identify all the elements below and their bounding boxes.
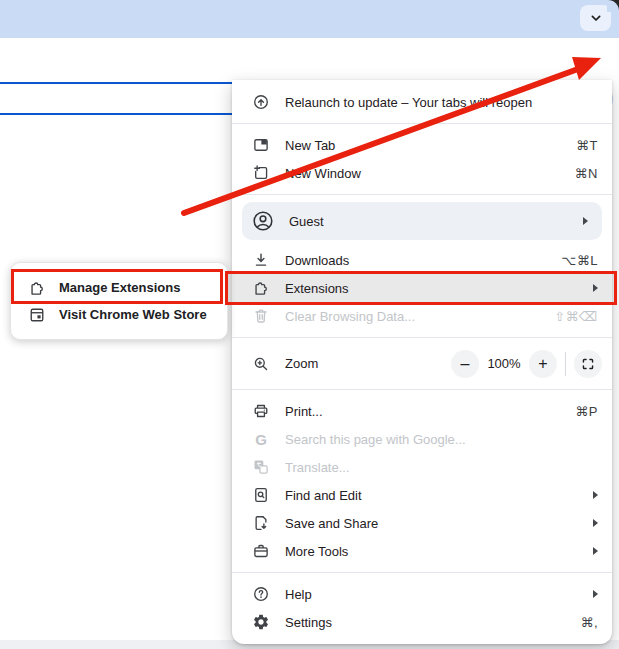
find-icon xyxy=(252,486,270,504)
chevron-right-icon xyxy=(593,284,598,292)
submenu-item-label: Visit Chrome Web Store xyxy=(59,307,207,322)
briefcase-icon xyxy=(252,542,270,560)
menu-item-label: New Window xyxy=(285,166,560,181)
chevron-right-icon xyxy=(583,217,588,225)
trash-icon xyxy=(252,307,270,325)
chevron-right-icon xyxy=(593,519,598,527)
chevron-right-icon xyxy=(593,491,598,499)
menu-item-shortcut: ⇧⌘⌫ xyxy=(554,309,598,324)
menu-item-shortcut: ⌥⌘L xyxy=(561,253,598,268)
avatar-icon xyxy=(252,210,274,232)
menu-item-label: Zoom xyxy=(285,356,318,371)
google-g-icon: G xyxy=(252,430,270,448)
menu-item-label: Settings xyxy=(285,615,565,630)
new-tab-icon xyxy=(252,136,270,154)
translate-icon xyxy=(252,458,270,476)
menu-item-downloads[interactable]: Downloads ⌥⌘L xyxy=(232,246,612,274)
menu-item-translate: Translate... xyxy=(232,453,612,481)
printer-icon xyxy=(252,402,270,420)
menu-item-label: Relaunch to update – Your tabs will reop… xyxy=(285,95,598,110)
menu-item-label: Search this page with Google... xyxy=(285,432,598,447)
extensions-puzzle-icon xyxy=(28,279,46,297)
menu-divider xyxy=(232,194,612,195)
menu-item-shortcut: ⌘, xyxy=(580,615,598,630)
menu-item-more-tools[interactable]: More Tools xyxy=(232,537,612,565)
menu-item-find-and-edit[interactable]: Find and Edit xyxy=(232,481,612,509)
window-corner xyxy=(607,0,619,12)
fullscreen-icon xyxy=(580,356,596,372)
web-store-icon xyxy=(28,306,46,324)
zoom-level-value: 100% xyxy=(479,356,529,371)
menu-item-label: Translate... xyxy=(285,460,598,475)
fullscreen-button[interactable] xyxy=(574,350,602,378)
menu-item-help[interactable]: Help xyxy=(232,580,612,608)
help-icon xyxy=(252,585,270,603)
menu-item-label: Clear Browsing Data... xyxy=(285,309,539,324)
menu-item-guest-profile[interactable]: Guest xyxy=(242,202,602,240)
menu-divider xyxy=(232,123,612,124)
zoom-out-button[interactable]: – xyxy=(451,350,479,378)
menu-item-label: Guest xyxy=(289,214,568,229)
menu-divider xyxy=(232,337,612,338)
browser-main-menu: Relaunch to update – Your tabs will reop… xyxy=(232,80,612,644)
menu-item-extensions[interactable]: Extensions xyxy=(232,274,612,302)
menu-item-shortcut: ⌘N xyxy=(575,166,598,181)
menu-item-search-with-google: G Search this page with Google... xyxy=(232,425,612,453)
menu-item-relaunch-to-update[interactable]: Relaunch to update – Your tabs will reop… xyxy=(232,88,612,116)
zoom-controls-divider xyxy=(565,352,566,376)
menu-item-print[interactable]: Print... ⌘P xyxy=(232,397,612,425)
menu-item-label: Find and Edit xyxy=(285,488,578,503)
menu-item-new-window[interactable]: New Window ⌘N xyxy=(232,159,612,187)
submenu-item-visit-chrome-web-store[interactable]: Visit Chrome Web Store xyxy=(11,301,227,328)
menu-item-settings[interactable]: Settings ⌘, xyxy=(232,608,612,636)
update-icon xyxy=(252,93,270,111)
zoom-magnifier-icon xyxy=(252,355,270,373)
menu-item-shortcut: ⌘T xyxy=(576,138,598,153)
menu-item-new-tab[interactable]: New Tab ⌘T xyxy=(232,131,612,159)
menu-divider xyxy=(232,389,612,390)
menu-item-label: Downloads xyxy=(285,253,546,268)
save-icon xyxy=(252,514,270,532)
submenu-item-manage-extensions[interactable]: Manage Extensions xyxy=(11,274,227,301)
extensions-submenu: Manage Extensions Visit Chrome Web Store xyxy=(10,262,228,340)
chevron-right-icon xyxy=(593,590,598,598)
menu-item-zoom: Zoom – 100% + xyxy=(232,345,612,382)
menu-item-label: More Tools xyxy=(285,544,578,559)
menu-item-shortcut: ⌘P xyxy=(575,404,598,419)
menu-divider xyxy=(232,572,612,573)
download-icon xyxy=(252,251,270,269)
submenu-item-label: Manage Extensions xyxy=(59,280,180,295)
menu-item-clear-browsing-data: Clear Browsing Data... ⇧⌘⌫ xyxy=(232,302,612,330)
browser-toolbar: Guest Relaunch to update xyxy=(0,38,619,80)
menu-item-label: Print... xyxy=(285,404,560,419)
chevron-down-icon xyxy=(588,10,604,26)
menu-item-label: Help xyxy=(285,587,578,602)
zoom-controls: – 100% + xyxy=(451,350,602,378)
menu-item-label: New Tab xyxy=(285,138,561,153)
zoom-in-button[interactable]: + xyxy=(529,350,557,378)
menu-item-label: Extensions xyxy=(285,281,578,296)
gear-icon xyxy=(252,613,270,631)
menu-item-label: Save and Share xyxy=(285,516,578,531)
extensions-puzzle-icon xyxy=(252,279,270,297)
chevron-right-icon xyxy=(593,547,598,555)
window-top-bar xyxy=(0,0,619,38)
new-window-icon xyxy=(252,164,270,182)
menu-item-save-and-share[interactable]: Save and Share xyxy=(232,509,612,537)
